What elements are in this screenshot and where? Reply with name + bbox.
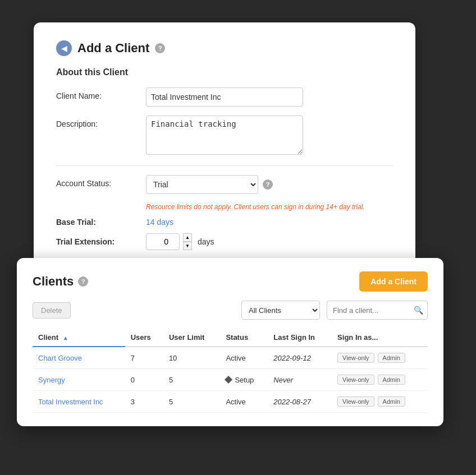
base-trial-row: Base Trial: 14 days bbox=[56, 218, 393, 227]
setup-label: Setup bbox=[235, 376, 254, 384]
search-wrap: 🔍 bbox=[327, 301, 428, 320]
toolbar: Delete All Clients Active Trial Setup 🔍 bbox=[33, 301, 428, 320]
cell-last-sign-in: Never bbox=[268, 369, 332, 391]
clients-header: Clients ? Add a Client bbox=[33, 271, 428, 292]
cell-user-limit: 5 bbox=[163, 369, 221, 391]
table-row: Chart Groove 7 10 Active 2022-09-12 View… bbox=[33, 347, 428, 369]
sort-icon: ▲ bbox=[63, 335, 68, 341]
admin-button[interactable]: Admin bbox=[378, 396, 405, 407]
cell-user-limit: 5 bbox=[163, 391, 221, 413]
base-trial-label: Base Trial: bbox=[56, 218, 146, 227]
client-name-row: Client Name: bbox=[56, 87, 393, 107]
col-status: Status bbox=[220, 329, 268, 347]
page-title: Add a Client bbox=[77, 41, 149, 56]
cell-client-name: Total Investment Inc bbox=[33, 391, 125, 413]
col-user-limit: User Limit bbox=[163, 329, 221, 347]
account-status-row: Account Status: Trial Active Inactive ? bbox=[56, 175, 393, 194]
col-last-sign-in: Last Sign In bbox=[268, 329, 332, 347]
delete-button[interactable]: Delete bbox=[33, 302, 71, 319]
client-name-label: Client Name: bbox=[56, 87, 146, 100]
page-header: ◀ Add a Client ? bbox=[56, 40, 393, 56]
clients-card: Clients ? Add a Client Delete All Client… bbox=[17, 258, 443, 426]
stepper-down-button[interactable]: ▼ bbox=[183, 242, 192, 250]
add-client-help-icon[interactable]: ? bbox=[155, 43, 165, 53]
admin-button[interactable]: Admin bbox=[378, 375, 405, 385]
col-users: Users bbox=[125, 329, 163, 347]
days-label: days bbox=[198, 237, 214, 246]
cell-last-sign-in: 2022-09-12 bbox=[268, 347, 332, 369]
clients-table: Client ▲ Users User Limit Status Last Si… bbox=[33, 329, 428, 413]
description-row: Description: Financial tracking bbox=[56, 116, 393, 156]
cell-sign-in-as: View-only Admin bbox=[332, 369, 428, 391]
divider bbox=[56, 165, 393, 166]
add-client-card: ◀ Add a Client ? About this Client Clien… bbox=[34, 22, 415, 268]
account-status-select[interactable]: Trial Active Inactive bbox=[146, 175, 258, 194]
add-client-button[interactable]: Add a Client bbox=[359, 271, 428, 292]
col-client[interactable]: Client ▲ bbox=[33, 329, 125, 347]
back-button[interactable]: ◀ bbox=[56, 40, 72, 56]
diamond-icon bbox=[225, 376, 232, 384]
cell-sign-in-as: View-only Admin bbox=[332, 347, 428, 369]
sign-in-buttons: View-only Admin bbox=[337, 396, 422, 407]
description-textarea[interactable]: Financial tracking bbox=[146, 116, 303, 155]
description-label: Description: bbox=[56, 116, 146, 128]
trial-extension-row: Trial Extension: ▲ ▼ days bbox=[56, 233, 393, 250]
view-only-button[interactable]: View-only bbox=[337, 353, 374, 363]
stepper-buttons: ▲ ▼ bbox=[183, 233, 192, 250]
cell-users: 0 bbox=[125, 369, 163, 391]
clients-title-wrap: Clients ? bbox=[33, 274, 88, 289]
table-row: Synergy 0 5 Setup Never View-only Admin bbox=[33, 369, 428, 391]
cell-user-limit: 10 bbox=[163, 347, 221, 369]
col-sign-in-as: Sign In as... bbox=[332, 329, 428, 347]
cell-client-name: Chart Groove bbox=[33, 347, 125, 369]
search-icon: 🔍 bbox=[414, 306, 423, 315]
table-header-row: Client ▲ Users User Limit Status Last Si… bbox=[33, 329, 428, 347]
search-input[interactable] bbox=[327, 301, 428, 320]
account-status-hint: Resource limits do not apply. Client use… bbox=[146, 203, 393, 211]
admin-button[interactable]: Admin bbox=[378, 353, 405, 363]
section-title: About this Client bbox=[56, 67, 393, 77]
table-row: Total Investment Inc 3 5 Active 2022-08-… bbox=[33, 391, 428, 413]
client-link-total-investment[interactable]: Total Investment Inc bbox=[38, 398, 103, 406]
sign-in-buttons: View-only Admin bbox=[337, 353, 422, 363]
cell-status: Active bbox=[220, 347, 268, 369]
stepper-up-button[interactable]: ▲ bbox=[183, 233, 192, 242]
cell-status: Setup bbox=[220, 369, 268, 391]
account-status-help-icon[interactable]: ? bbox=[263, 179, 273, 190]
base-trial-value: 14 days bbox=[146, 218, 173, 227]
client-name-control bbox=[146, 87, 393, 107]
cell-client-name: Synergy bbox=[33, 369, 125, 391]
select-row: Trial Active Inactive ? bbox=[146, 175, 393, 194]
cell-users: 3 bbox=[125, 391, 163, 413]
cell-status: Active bbox=[220, 391, 268, 413]
view-only-button[interactable]: View-only bbox=[337, 396, 374, 407]
description-control: Financial tracking bbox=[146, 116, 393, 156]
table-body: Chart Groove 7 10 Active 2022-09-12 View… bbox=[33, 347, 428, 413]
cell-users: 7 bbox=[125, 347, 163, 369]
client-name-input[interactable] bbox=[146, 87, 303, 107]
account-status-label: Account Status: bbox=[56, 175, 146, 188]
filter-select[interactable]: All Clients Active Trial Setup bbox=[241, 301, 320, 320]
cell-sign-in-as: View-only Admin bbox=[332, 391, 428, 413]
client-link-chart-groove[interactable]: Chart Groove bbox=[38, 354, 82, 362]
status-setup: Setup bbox=[226, 376, 262, 384]
client-link-synergy[interactable]: Synergy bbox=[38, 376, 65, 384]
trial-extension-label: Trial Extension: bbox=[56, 237, 146, 246]
table-header: Client ▲ Users User Limit Status Last Si… bbox=[33, 329, 428, 347]
view-only-button[interactable]: View-only bbox=[337, 375, 374, 385]
cell-last-sign-in: 2022-08-27 bbox=[268, 391, 332, 413]
trial-extension-input[interactable] bbox=[146, 233, 180, 250]
clients-title: Clients bbox=[33, 274, 74, 289]
clients-help-icon[interactable]: ? bbox=[78, 276, 88, 287]
sign-in-buttons: View-only Admin bbox=[337, 375, 422, 385]
account-status-control: Trial Active Inactive ? bbox=[146, 175, 393, 194]
trial-extension-stepper: ▲ ▼ days bbox=[146, 233, 214, 250]
